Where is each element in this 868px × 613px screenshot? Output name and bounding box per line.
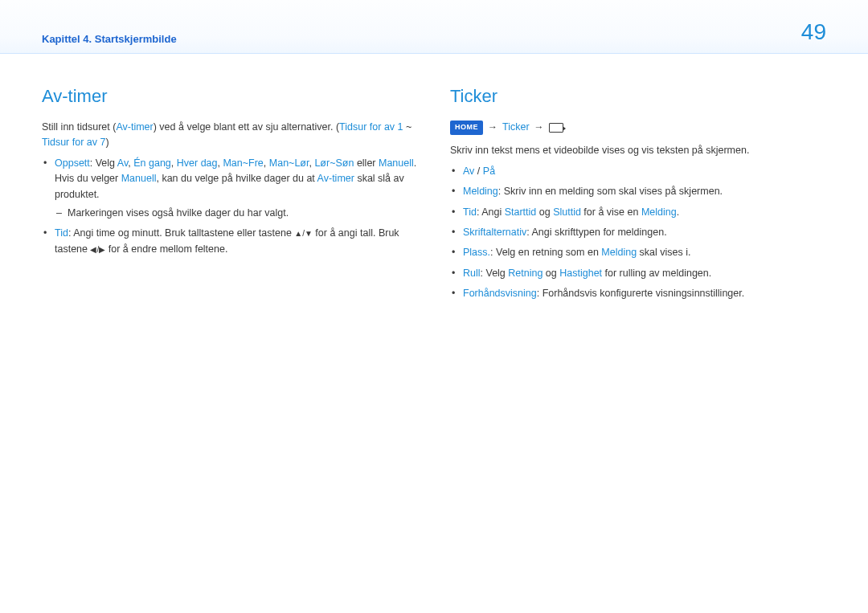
list-item: Forhåndsvisning: Forhåndsvis konfigurert… bbox=[450, 286, 826, 301]
text: og bbox=[542, 268, 559, 279]
right-column: Ticker HOME → Ticker → Skriv inn tekst m… bbox=[450, 83, 826, 306]
text: : Velg bbox=[481, 268, 509, 279]
text: for å endre mellom feltene. bbox=[105, 243, 227, 255]
text: ~ bbox=[403, 121, 412, 133]
arrow-right-icon: → bbox=[534, 120, 544, 135]
arrow-right-icon: → bbox=[488, 120, 497, 135]
list-item: Oppsett: Velg Av, Én gang, Hver dag, Man… bbox=[42, 156, 418, 222]
text: : Skriv inn en melding som skal vises på… bbox=[498, 186, 723, 197]
page-header: Kapittel 4. Startskjermbilde 49 bbox=[0, 0, 868, 54]
up-down-icon: ▲/▼ bbox=[294, 227, 313, 240]
section-title-av-timer: Av-timer bbox=[42, 83, 418, 110]
text: : Angi skrifttypen for meldingen. bbox=[526, 227, 666, 238]
ticker-list: Av / På Melding: Skriv inn en melding so… bbox=[450, 164, 826, 302]
av-timer-intro: Still inn tidsuret (Av-timer) ved å velg… bbox=[42, 120, 418, 151]
text: Tidsur for av 7 bbox=[42, 137, 105, 148]
text: eller bbox=[354, 157, 379, 169]
enter-icon bbox=[549, 123, 563, 133]
text: Hvis du velger bbox=[55, 173, 121, 184]
nav-ticker-label: Ticker bbox=[502, 120, 530, 135]
text: Av-timer bbox=[116, 121, 153, 133]
text: Manuell bbox=[121, 173, 157, 184]
list-item: Tid: Angi time og minutt. Bruk talltaste… bbox=[42, 226, 418, 257]
text: Melding bbox=[641, 206, 677, 218]
text: Starttid bbox=[505, 206, 537, 218]
label-tid: Tid bbox=[463, 206, 477, 218]
text: ) ved å velge blant ett av sju alternati… bbox=[154, 121, 339, 133]
left-right-icon: ◀/▶ bbox=[90, 243, 105, 256]
home-badge-icon: HOME bbox=[450, 121, 483, 135]
left-column: Av-timer Still inn tidsuret (Av-timer) v… bbox=[42, 83, 418, 306]
label-skrift: Skriftalternativ bbox=[463, 227, 526, 238]
option: Man~Fre bbox=[223, 157, 263, 169]
label-oppsett: Oppsett bbox=[55, 157, 90, 169]
list-item: Av / På bbox=[450, 164, 826, 179]
label-plass: Plass. bbox=[463, 247, 490, 258]
option: Av bbox=[117, 157, 128, 169]
text: Av-timer bbox=[317, 173, 354, 184]
text: : Forhåndsvis konfigurerte visningsinnst… bbox=[537, 288, 744, 299]
text: , bbox=[264, 157, 269, 169]
option: Hver dag bbox=[177, 157, 218, 169]
list-item: Melding: Skriv inn en melding som skal v… bbox=[450, 184, 826, 199]
text: Melding bbox=[601, 247, 637, 258]
list-item: Rull: Velg Retning og Hastighet for rull… bbox=[450, 266, 826, 281]
content-columns: Av-timer Still inn tidsuret (Av-timer) v… bbox=[0, 54, 868, 306]
section-title-ticker: Ticker bbox=[450, 83, 826, 110]
text: Sluttid bbox=[553, 206, 581, 218]
text: for å vise en bbox=[581, 206, 641, 218]
text: : Angi time og minutt. Bruk talltastene … bbox=[68, 227, 294, 239]
av-timer-list: Oppsett: Velg Av, Én gang, Hver dag, Man… bbox=[42, 156, 418, 257]
text: , kan du velge på hvilke dager du at bbox=[156, 173, 317, 184]
nav-path: HOME → Ticker → bbox=[450, 120, 826, 135]
text: / bbox=[474, 166, 482, 177]
text: . bbox=[677, 206, 679, 218]
sub-list: Markeringen vises også hvilke dager du h… bbox=[55, 206, 418, 221]
list-item: Skriftalternativ: Angi skrifttypen for m… bbox=[450, 225, 826, 240]
text: Retning bbox=[508, 268, 542, 279]
label-tid: Tid bbox=[55, 227, 68, 239]
text: : Angi bbox=[477, 206, 505, 218]
list-item: Tid: Angi Starttid og Sluttid for å vise… bbox=[450, 205, 826, 220]
option: Lør~Søn bbox=[314, 157, 354, 169]
ticker-intro: Skriv inn tekst mens et videobilde vises… bbox=[450, 143, 826, 158]
list-item: Markeringen vises også hvilke dager du h… bbox=[55, 206, 418, 221]
page-number: 49 bbox=[801, 19, 826, 45]
option-pa: På bbox=[483, 166, 495, 177]
text: Still inn tidsuret ( bbox=[42, 121, 116, 133]
option-av: Av bbox=[463, 166, 474, 177]
label-preview: Forhåndsvisning bbox=[463, 288, 537, 299]
text: Markeringen vises også hvilke dager du h… bbox=[68, 207, 289, 219]
option: Én gang bbox=[133, 157, 171, 169]
text: for rulling av meldingen. bbox=[602, 268, 711, 279]
option: Man~Lør bbox=[269, 157, 309, 169]
label-rull: Rull bbox=[463, 268, 481, 279]
text: . bbox=[414, 157, 416, 169]
breadcrumb: Kapittel 4. Startskjermbilde bbox=[42, 33, 177, 45]
label-melding: Melding bbox=[463, 186, 498, 197]
text: : Velg bbox=[90, 157, 117, 169]
text: Tidsur for av 1 bbox=[339, 121, 403, 133]
text: : Velg en retning som en bbox=[490, 247, 601, 258]
text: skal vises i. bbox=[637, 247, 690, 258]
text: Hastighet bbox=[559, 268, 602, 279]
text: , bbox=[171, 157, 177, 169]
text: og bbox=[536, 206, 553, 218]
option: Manuell bbox=[379, 157, 414, 169]
text: ) bbox=[105, 137, 108, 148]
list-item: Plass.: Velg en retning som en Melding s… bbox=[450, 245, 826, 260]
